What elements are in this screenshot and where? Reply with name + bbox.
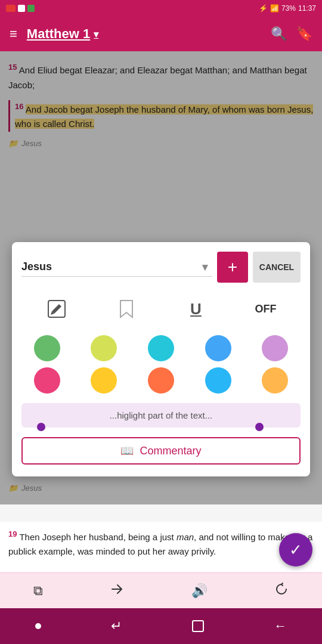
dropdown-value: Jesus	[21, 261, 52, 273]
svg-rect-0	[48, 301, 65, 317]
cancel-button[interactable]: CANCEL	[253, 252, 301, 283]
verse-19: 19 Then Joseph her husband, being a just…	[8, 528, 314, 560]
dropdown-arrow-icon: ▾	[202, 261, 208, 274]
right-handle[interactable]	[255, 423, 264, 431]
color-orange[interactable]	[148, 367, 174, 394]
app-icon-3	[27, 5, 35, 12]
confirm-fab[interactable]: ✓	[279, 533, 312, 566]
color-tan[interactable]	[262, 367, 288, 394]
wifi-icon: 📶	[270, 4, 279, 13]
off-label: OFF	[255, 303, 277, 315]
color-blue[interactable]	[205, 335, 231, 361]
color-teal[interactable]	[148, 335, 174, 361]
status-bar-right: ⚡ 📶 73% 11:37	[259, 4, 316, 13]
bookmark-btn[interactable]	[110, 292, 143, 326]
highlight-preview-text: ...higlight part of the text...	[110, 410, 213, 420]
color-lime[interactable]	[91, 335, 117, 361]
app-icon-1	[6, 5, 16, 12]
content-area: 15 And Eliud begat Eleazar; and Eleazar …	[0, 51, 322, 504]
verse-num-19: 19	[8, 530, 17, 538]
bookmark-icon[interactable]: 🔖	[296, 26, 312, 42]
bluetooth-icon: ⚡	[259, 4, 268, 13]
popup-header: Jesus ▾ + CANCEL	[21, 252, 301, 283]
color-yellow[interactable]	[91, 367, 117, 394]
commentary-label: Commentary	[140, 445, 201, 457]
status-bar: ⚡ 📶 73% 11:37	[0, 0, 322, 17]
battery-level: 73%	[281, 4, 296, 13]
menu-icon[interactable]: ≡	[10, 26, 17, 42]
edit-icon[interactable]	[40, 292, 73, 326]
highlight-tag-dropdown[interactable]: Jesus ▾	[21, 258, 212, 277]
underline-btn[interactable]: U	[179, 292, 213, 326]
replay-icon[interactable]	[274, 582, 289, 600]
search-icon[interactable]: 🔍	[271, 26, 287, 42]
app-bar: ≡ Matthew 1 ▾ 🔍 🔖	[0, 17, 322, 51]
highlight-options-row: U OFF	[21, 292, 301, 326]
overview-icon[interactable]	[192, 620, 204, 632]
color-picker	[21, 335, 301, 394]
app-bar-right: 🔍 🔖	[271, 26, 312, 42]
add-tag-button[interactable]: +	[217, 252, 248, 283]
color-pink[interactable]	[34, 367, 60, 394]
highlight-popup: Jesus ▾ + CANCEL U	[12, 242, 310, 476]
bottom-toolbar: ⧉ 🔊	[0, 572, 322, 608]
commentary-button[interactable]: 📖 Commentary	[21, 437, 301, 465]
checkmark-icon: ✓	[289, 541, 302, 559]
status-bar-left	[6, 5, 35, 12]
commentary-icon: 📖	[120, 444, 134, 457]
color-green[interactable]	[34, 335, 60, 361]
app-icon-2	[18, 5, 25, 12]
chevron-down-icon: ▾	[94, 29, 98, 40]
copy-icon[interactable]: ⧉	[33, 583, 43, 599]
recent-apps-icon[interactable]: ↵	[111, 618, 122, 634]
color-purple[interactable]	[262, 335, 288, 361]
sound-icon[interactable]: 🔊	[191, 583, 208, 599]
book-title[interactable]: Matthew 1 ▾	[27, 26, 98, 42]
highlight-preview-box: ...higlight part of the text...	[21, 403, 301, 428]
app-bar-left: ≡ Matthew 1 ▾	[10, 26, 98, 42]
book-title-text: Matthew 1	[27, 26, 90, 42]
back-icon[interactable]: ←	[274, 618, 287, 634]
share-icon[interactable]	[110, 582, 124, 600]
nav-bar: ↵ ←	[0, 608, 322, 644]
left-handle[interactable]	[37, 423, 45, 431]
clock: 11:37	[298, 4, 316, 13]
verse-19-text: Then Joseph her husband, being a just ma…	[8, 532, 312, 557]
verse-19-section: 19 Then Joseph her husband, being a just…	[0, 522, 322, 573]
color-skyblue[interactable]	[205, 367, 231, 394]
underline-icon: U	[190, 300, 202, 318]
home-dot-icon[interactable]	[35, 623, 41, 629]
off-btn[interactable]: OFF	[249, 292, 283, 326]
